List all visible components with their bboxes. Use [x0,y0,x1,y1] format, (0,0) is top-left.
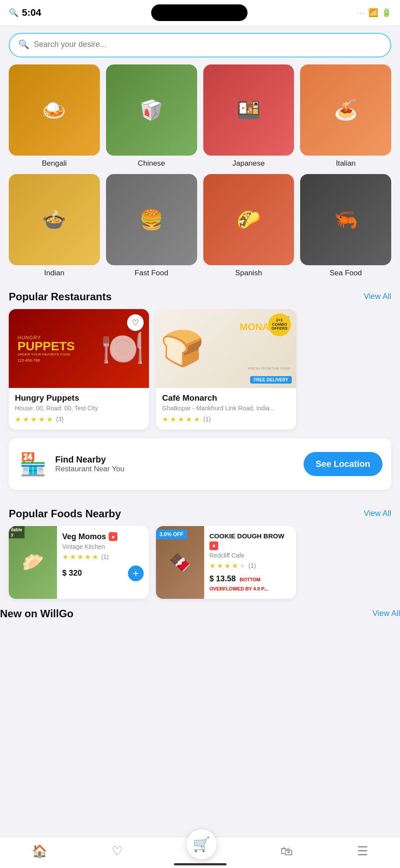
veg-momos-add-button[interactable]: + [128,566,144,581]
find-nearby-subtitle: Restaurant Near You [55,465,124,473]
restaurant-location-icon: 🏪 [19,452,46,477]
cookie-dough-name: COOKIE DOUGH BROW [209,532,284,540]
veg-momos-price-row: $ 320 + [62,566,144,581]
category-item-japanese[interactable]: 🍱 Japanese [203,64,294,168]
cookie-price-value: $ 13.58 [209,574,236,583]
hungry-puppets-review-count: (3) [56,416,64,423]
hungry-puppets-name: Hungry Puppets [15,393,143,403]
star-1: ★ [15,415,21,423]
search-container: 🔍 [9,33,391,57]
hungry-puppets-favorite-button[interactable]: ♡ [127,314,144,331]
new-willgo-title: New on WillGo [0,608,74,620]
category-item-italian[interactable]: 🍝 Italian [300,64,391,168]
cart-icon: 🛒 [193,836,210,853]
nav-item-orders[interactable]: 🛍 [280,844,293,858]
veg-momos-rating: ★ ★ ★ ★ ★ (1) [62,553,144,561]
popular-foods-view-all[interactable]: View All [364,509,391,518]
cart-fab-button[interactable]: 🛒 [187,829,216,859]
cafe-monarch-image: CAFE MONARCH FRESH FROM THE OVEN FREE DE… [156,309,296,388]
cafe-monarch-name: Café Monarch [162,393,290,403]
popular-restaurants-view-all[interactable]: View All [364,292,391,301]
status-bar: 🔍 5:04 ··· 📶 🔋 [0,0,400,26]
category-item-fastfood[interactable]: 🍔 Fast Food [106,174,197,277]
star-1: ★ [162,415,168,423]
new-willgo-header: New on WillGo View All [0,608,400,664]
star-4: ★ [39,415,45,423]
search-icon: 🔍 [18,39,29,50]
hungry-puppets-address: House: 00, Road: 00, Test City [15,405,143,412]
star-1: ★ [209,562,216,570]
indian-food-image: 🍲 [9,174,100,265]
veg-momos-price: $ 320 [62,569,82,578]
status-time: 5:04 [22,7,41,18]
fastfood-food-image: 🍔 [106,174,197,265]
cookie-dough-rating: ★ ★ ★ ★ ★ (1) [209,562,291,570]
restaurant-card-hungry-puppets: Hungry PUPPETS ORDER YOUR FAVORITE FOOD … [9,309,149,430]
japanese-food-image: 🍱 [203,64,294,156]
bengali-label: Bengali [42,159,67,168]
star-2: ★ [70,553,76,561]
wifi-icon: 📶 [368,8,378,18]
hungry-puppets-rating: ★ ★ ★ ★ ★ (3) [15,415,143,423]
hungry-puppets-logo: Hungry PUPPETS ORDER YOUR FAVORITE FOOD … [18,334,75,362]
seafood-food-image: 🦐 [300,174,391,265]
restaurant-icon-wrap: 🏪 [18,449,48,480]
new-willgo-view-all[interactable]: View All [372,609,400,618]
food-card-veg-momos: 🥟 ilabley Veg Momos ■ Vintage Kitchen ★ … [9,526,149,599]
cookie-dough-price-row: $ 13.58 BOTTOM OVERFLOWED BY 4.0 P... [209,574,291,593]
category-item-spanish[interactable]: 🌮 Spanish [203,174,294,277]
fastfood-label: Fast Food [135,269,168,277]
star-4: ★ [186,415,192,423]
find-nearby-text: Find Nearby Restaurant Near You [55,455,124,473]
star-5: ★ [92,553,98,561]
nav-item-home[interactable]: 🏠 [32,844,47,858]
cookie-veg-badge: ■ [209,541,218,550]
category-grid: 🍛 Bengali 🥡 Chinese 🍱 Japanese 🍝 Italian [9,64,391,277]
cafe-monarch-tagline: FRESH FROM THE OVEN [248,366,290,370]
chinese-food-image: 🥡 [106,64,197,156]
indian-label: Indian [44,269,64,277]
category-item-indian[interactable]: 🍲 Indian [9,174,100,277]
find-nearby-card: 🏪 Find Nearby Restaurant Near You See Lo… [9,438,391,490]
bag-icon: 🛍 [280,844,293,858]
find-nearby-title: Find Nearby [55,455,124,465]
cafe-monarch-info: Café Monarch Ghatkopar - Mankhurd Link R… [156,388,296,430]
foods-row: 🥟 ilabley Veg Momos ■ Vintage Kitchen ★ … [0,526,400,608]
star-3: ★ [77,553,83,561]
category-item-seafood[interactable]: 🦐 Sea Food [300,174,391,277]
star-3: ★ [224,562,230,570]
cookie-dough-review-count: (1) [248,562,256,569]
signal-dots: ··· [357,9,365,16]
food-card-cookie-dough: 🍫 3.0% OFF COOKIE DOUGH BROW ■ Redcliff … [156,526,296,599]
battery-icon: 🔋 [382,8,391,18]
popular-restaurants-title: Popular Restaurants [9,291,112,303]
search-input[interactable] [34,40,382,49]
star-3: ★ [31,415,37,423]
bengali-food-image: 🍛 [9,64,100,156]
popular-restaurants-header: Popular Restaurants View All [0,282,400,309]
nav-item-favorites[interactable]: ♡ [112,844,123,858]
cafe-monarch-address: Ghatkopar - Mankhurd Link Road, India... [162,405,290,412]
see-location-button[interactable]: See Location [304,452,382,476]
spanish-label: Spanish [235,269,262,277]
search-icon-statusbar: 🔍 [9,8,18,18]
status-notch [151,4,248,21]
cafe-monarch-review-count: (1) [203,416,211,423]
home-icon: 🏠 [32,844,47,858]
category-item-chinese[interactable]: 🥡 Chinese [106,64,197,168]
available-label: ilabley [9,526,25,538]
veg-momos-image: 🥟 ilabley [9,526,57,599]
category-item-bengali[interactable]: 🍛 Bengali [9,64,100,168]
italian-food-image: 🍝 [300,64,391,156]
popular-foods-header: Popular Foods Nearby View All [0,499,400,526]
chinese-label: Chinese [138,159,165,168]
star-5: ★ [194,415,200,423]
star-4: ★ [85,553,91,561]
star-2: ★ [23,415,29,423]
discount-badge: 3.0% OFF [156,530,187,539]
menu-icon: ☰ [357,844,368,858]
nav-item-menu[interactable]: ☰ [357,844,368,858]
cookie-dough-restaurant: Redcliff Cafe [209,552,291,559]
find-nearby-left: 🏪 Find Nearby Restaurant Near You [18,449,124,480]
hungry-puppets-info: Hungry Puppets House: 00, Road: 00, Test… [9,388,149,430]
